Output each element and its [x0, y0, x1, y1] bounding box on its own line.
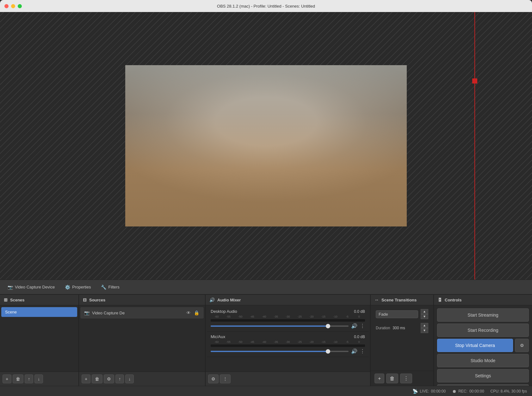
scene-transitions-panel: ↔ Scene Transitions Fade ▲ ▼ Duration 30…: [371, 295, 434, 386]
transitions-footer: + 🗑 ⋮: [371, 371, 433, 386]
scenes-add-button[interactable]: +: [3, 374, 11, 383]
source-bar-properties[interactable]: ⚙️ Properties: [61, 283, 95, 291]
status-bar: 📡 LIVE: 00:00:00 ⏺ REC: 00:00:00 CPU: 8.…: [0, 386, 532, 396]
live-icon: 📡: [412, 389, 418, 394]
audio-mixer-menu-button[interactable]: ⋮: [220, 374, 231, 383]
studio-mode-button[interactable]: Studio Mode: [437, 354, 529, 367]
camera-icon: 📷: [8, 285, 13, 290]
duration-value: 300 ms: [393, 326, 418, 330]
window-controls: [4, 4, 22, 8]
virtual-camera-row: Stop Virtual Camera ⚙: [437, 339, 529, 352]
controls-body: Start Streaming Start Recording Stop Vir…: [434, 305, 532, 396]
titlebar: OBS 28.1.2 (mac) - Profile: Untitled - S…: [0, 0, 532, 12]
duration-down-button[interactable]: ▼: [421, 328, 428, 333]
audio-channel-mic: Mic/Aux 0.0 dB -60 -55 -50 -45 -40 -35 -…: [207, 332, 369, 357]
transition-type-down-button[interactable]: ▼: [421, 314, 428, 319]
controls-panel: 🎛 Controls Start Streaming Start Recordi…: [434, 295, 532, 386]
transition-menu-button[interactable]: ⋮: [400, 374, 412, 383]
sources-down-button[interactable]: ↓: [125, 374, 134, 383]
scenes-up-button[interactable]: ↑: [25, 374, 33, 383]
start-streaming-button[interactable]: Start Streaming: [437, 308, 529, 322]
source-bar-filters-label: Filters: [108, 285, 119, 289]
virtual-camera-settings-button[interactable]: ⚙: [515, 339, 529, 352]
bottom-panels: ⊞ Scenes Scene + 🗑 ↑ ↓ ⊟ Sources: [0, 294, 532, 386]
transition-add-button[interactable]: +: [374, 374, 384, 383]
scenes-panel: ⊞ Scenes Scene + 🗑 ↑ ↓: [0, 295, 79, 386]
duration-label: Duration: [376, 326, 390, 330]
source-bar-video-label: Video Capture Device: [15, 285, 55, 289]
controls-icon: 🎛: [438, 297, 442, 302]
mic-audio-db: 0.0 dB: [354, 335, 365, 339]
transition-delete-button[interactable]: 🗑: [386, 374, 398, 383]
transition-duration-row: Duration 300 ms ▲ ▼: [372, 322, 432, 334]
start-recording-button[interactable]: Start Recording: [437, 324, 529, 337]
rec-label: REC:: [458, 389, 467, 393]
sources-icon: ⊟: [83, 297, 87, 302]
source-bar-properties-label: Properties: [72, 285, 91, 289]
audio-mixer-footer: ⚙ ⋮: [206, 372, 370, 386]
mic-audio-meter: [211, 344, 365, 347]
rec-icon: ⏺: [452, 389, 456, 394]
live-status: 📡 LIVE: 00:00:00: [412, 389, 446, 394]
audio-mixer-header: 🔊 Audio Mixer: [206, 295, 370, 305]
source-item-video-capture[interactable]: 📷 Video Capture De 👁 🔒: [80, 307, 204, 319]
gear-icon: ⚙️: [65, 285, 70, 290]
mic-audio-controls: 🔊 ⋮: [211, 348, 365, 354]
preview-area: [0, 12, 532, 280]
controls-title: Controls: [445, 298, 461, 302]
cpu-status: CPU: 8.4%, 30.00 fps: [491, 389, 527, 393]
source-bar-filters[interactable]: 🔧 Filters: [97, 283, 123, 291]
mic-mute-button[interactable]: 🔊: [351, 348, 357, 354]
sources-panel: ⊟ Sources 📷 Video Capture De 👁 🔒 + 🗑 ⚙ ↑: [79, 295, 206, 386]
scenes-delete-button[interactable]: 🗑: [13, 374, 23, 383]
stop-virtual-camera-button[interactable]: Stop Virtual Camera: [437, 339, 513, 352]
mic-audio-scale: -60 -55 -50 -45 -40 -35 -30 -25 -20 -15 …: [211, 340, 365, 343]
source-visibility-button[interactable]: 👁: [186, 310, 191, 316]
scenes-footer: + 🗑 ↑ ↓: [0, 372, 78, 386]
minimize-button[interactable]: [11, 4, 15, 8]
audio-icon: 🔊: [209, 297, 215, 302]
audio-mixer-settings-button[interactable]: ⚙: [208, 374, 219, 383]
scenes-list: Scene: [0, 305, 78, 372]
scene-item-scene[interactable]: Scene: [1, 307, 77, 317]
mic-volume-slider[interactable]: [211, 351, 349, 352]
timeline-handle[interactable]: [472, 78, 477, 84]
desktop-audio-scale: -60 -55 -50 -45 -40 -35 -30 -25 -20 -15 …: [211, 315, 365, 318]
desktop-volume-slider[interactable]: [211, 325, 349, 327]
mic-audio-menu-button[interactable]: ⋮: [360, 348, 365, 354]
scenes-down-button[interactable]: ↓: [34, 374, 43, 383]
audio-mixer-panel: 🔊 Audio Mixer Desktop Audio 0.0 dB -60 -…: [206, 295, 371, 386]
rec-time: 00:00:00: [469, 389, 484, 393]
sources-delete-button[interactable]: 🗑: [92, 374, 102, 383]
duration-spinner: ▲ ▼: [421, 323, 428, 333]
transition-type-select[interactable]: Fade: [376, 310, 418, 318]
desktop-mute-button[interactable]: 🔊: [351, 323, 357, 329]
live-time: 00:00:00: [431, 389, 446, 393]
transition-type-row: Fade ▲ ▼: [372, 306, 432, 322]
transition-type-spinner: ▲ ▼: [421, 309, 428, 319]
transitions-header: ↔ Scene Transitions: [371, 295, 433, 305]
sources-properties-button[interactable]: ⚙: [104, 374, 114, 383]
controls-header: 🎛 Controls: [434, 295, 532, 305]
rec-status: ⏺ REC: 00:00:00: [452, 389, 484, 394]
desktop-audio-db: 0.0 dB: [354, 309, 365, 314]
main-content: 📷 Video Capture Device ⚙️ Properties 🔧 F…: [0, 12, 532, 396]
maximize-button[interactable]: [18, 4, 22, 8]
source-bar-video-capture[interactable]: 📷 Video Capture Device: [4, 283, 59, 291]
sources-list: 📷 Video Capture De 👁 🔒: [79, 305, 205, 372]
transition-type-up-button[interactable]: ▲: [421, 309, 428, 314]
desktop-audio-menu-button[interactable]: ⋮: [360, 323, 365, 329]
source-camera-icon: 📷: [84, 310, 90, 315]
sources-add-button[interactable]: +: [82, 374, 90, 383]
live-label: LIVE:: [420, 389, 429, 393]
duration-up-button[interactable]: ▲: [421, 323, 428, 328]
settings-button[interactable]: Settings: [437, 369, 529, 382]
source-lock-button[interactable]: 🔒: [193, 310, 200, 316]
source-bar: 📷 Video Capture Device ⚙️ Properties 🔧 F…: [0, 280, 532, 294]
sources-panel-header: ⊟ Sources: [79, 295, 205, 305]
cpu-label: CPU: 8.4%, 30.00 fps: [491, 389, 527, 393]
sources-up-button[interactable]: ↑: [115, 374, 124, 383]
filter-icon: 🔧: [101, 285, 106, 290]
transitions-body: Fade ▲ ▼ Duration 300 ms ▲ ▼: [371, 305, 433, 371]
close-button[interactable]: [4, 4, 9, 8]
